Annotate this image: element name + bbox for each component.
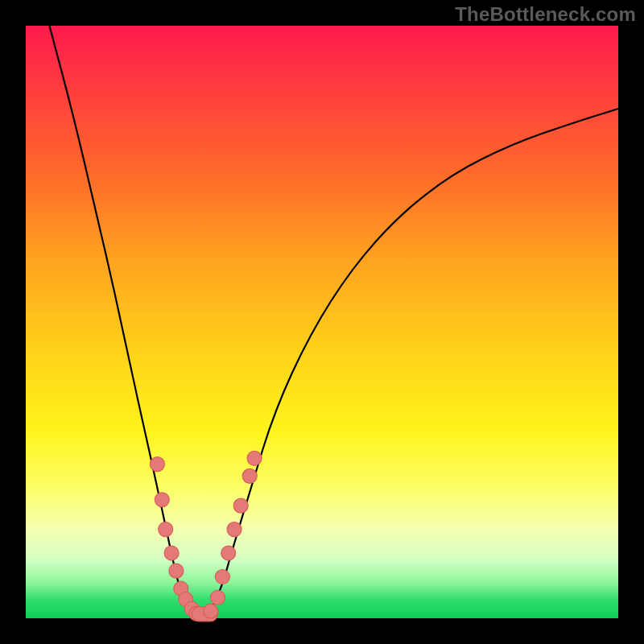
marker-dot-right-cluster-0 [210,590,225,605]
watermark-text: TheBottleneck.com [455,3,636,26]
marker-dot-left-cluster-3 [164,546,179,560]
marker-dot-bottom-cluster-2 [204,604,218,618]
plot-area [26,26,618,618]
marker-dot-left-cluster-2 [159,522,173,537]
marker-dot-right-cluster-3 [227,522,242,537]
marker-dot-right-cluster-6 [247,451,262,465]
marker-dot-left-cluster-1 [155,493,169,507]
marker-dot-right-cluster-2 [221,546,236,560]
curve-right-arm [209,109,618,613]
chart-frame: TheBottleneck.com [0,0,644,644]
curve-layer [26,26,618,618]
marker-dot-right-cluster-1 [215,569,229,584]
marker-dot-right-cluster-5 [242,469,257,483]
marker-dot-left-cluster-4 [169,564,184,578]
marker-dot-right-cluster-4 [233,498,248,513]
marker-dot-left-cluster-0 [150,457,164,472]
